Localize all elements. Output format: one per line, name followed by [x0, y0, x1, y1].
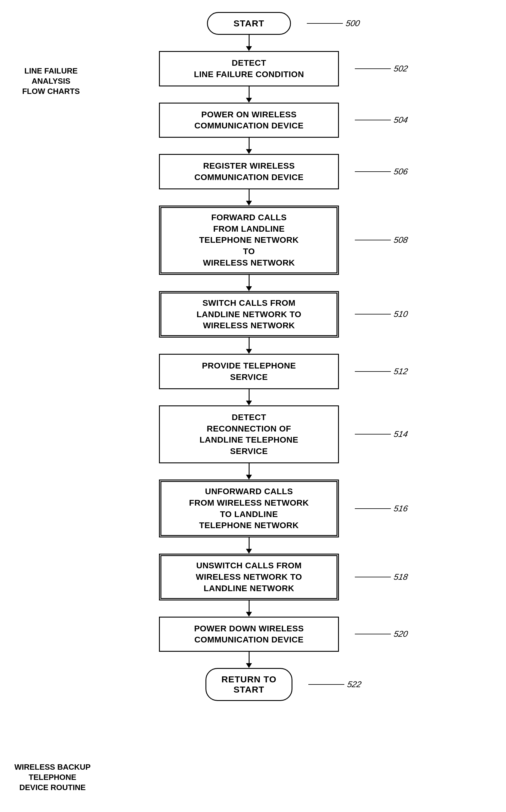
- ref-510: 510: [355, 309, 408, 319]
- page: LINE FAILURE ANALYSISFLOW CHARTS WIRELES…: [0, 0, 506, 812]
- arrow-9: [246, 538, 252, 554]
- provide-service-wrapper: PROVIDE TELEPHONESERVICE 512: [159, 354, 339, 389]
- power-down-wrapper: POWER DOWN WIRELESSCOMMUNICATION DEVICE …: [159, 617, 339, 652]
- unswitch-calls-node: UNSWITCH CALLS FROMWIRELESS NETWORK TOLA…: [159, 554, 339, 600]
- ref-516: 516: [355, 504, 408, 513]
- start-wrapper: START 500: [207, 12, 291, 35]
- ref-506: 506: [355, 167, 408, 176]
- unforward-calls-node: UNFORWARD CALLSFROM WIRELESS NETWORKTO L…: [159, 480, 339, 538]
- arrow-2: [246, 86, 252, 103]
- arrow-10: [246, 600, 252, 617]
- arrow-6: [246, 338, 252, 354]
- unswitch-calls-wrapper: UNSWITCH CALLS FROMWIRELESS NETWORK TOLA…: [159, 554, 339, 600]
- start-node: START: [207, 12, 291, 35]
- unforward-calls-wrapper: UNFORWARD CALLSFROM WIRELESS NETWORKTO L…: [159, 480, 339, 538]
- ref-520: 520: [355, 629, 408, 639]
- flowchart: START 500 DETECTLINE FAILURE CONDITION 5…: [114, 12, 384, 701]
- forward-calls-node: FORWARD CALLSFROM LANDLINETELEPHONE NETW…: [159, 206, 339, 275]
- return-to-start-node: RETURN TOSTART: [205, 668, 292, 701]
- arrow-7: [246, 389, 252, 405]
- ref-518: 518: [355, 572, 408, 582]
- switch-calls-node: SWITCH CALLS FROMLANDLINE NETWORK TOWIRE…: [159, 291, 339, 338]
- line-failure-label: LINE FAILURE ANALYSISFLOW CHARTS: [9, 66, 93, 96]
- detect-line-failure-wrapper: DETECTLINE FAILURE CONDITION 502: [159, 51, 339, 86]
- return-to-start-wrapper: RETURN TOSTART 522: [205, 668, 292, 701]
- arrow-3: [246, 138, 252, 154]
- arrow-8: [246, 463, 252, 480]
- arrow-5: [246, 275, 252, 291]
- ref-504: 504: [355, 115, 408, 125]
- forward-calls-wrapper: FORWARD CALLSFROM LANDLINETELEPHONE NETW…: [159, 206, 339, 275]
- switch-calls-wrapper: SWITCH CALLS FROMLANDLINE NETWORK TOWIRE…: [159, 291, 339, 338]
- ref-500: 500: [307, 19, 360, 28]
- ref-522: 522: [308, 680, 361, 689]
- power-on-wrapper: POWER ON WIRELESSCOMMUNICATION DEVICE 50…: [159, 103, 339, 138]
- provide-service-node: PROVIDE TELEPHONESERVICE: [159, 354, 339, 389]
- power-down-node: POWER DOWN WIRELESSCOMMUNICATION DEVICE: [159, 617, 339, 652]
- arrow-4: [246, 189, 252, 206]
- register-wrapper: REGISTER WIRELESSCOMMUNICATION DEVICE 50…: [159, 154, 339, 189]
- detect-reconnection-wrapper: DETECTRECONNECTION OFLANDLINE TELEPHONES…: [159, 405, 339, 463]
- arrow-11: [246, 652, 252, 668]
- ref-514: 514: [355, 429, 408, 439]
- ref-512: 512: [355, 367, 408, 376]
- arrow-1: [246, 35, 252, 51]
- ref-508: 508: [355, 235, 408, 245]
- register-node: REGISTER WIRELESSCOMMUNICATION DEVICE: [159, 154, 339, 189]
- detect-reconnection-node: DETECTRECONNECTION OFLANDLINE TELEPHONES…: [159, 405, 339, 463]
- detect-line-failure-node: DETECTLINE FAILURE CONDITION: [159, 51, 339, 86]
- ref-502: 502: [355, 64, 408, 74]
- power-on-node: POWER ON WIRELESSCOMMUNICATION DEVICE: [159, 103, 339, 138]
- wireless-backup-label: WIRELESS BACKUP TELEPHONEDEVICE ROUTINE: [9, 762, 96, 793]
